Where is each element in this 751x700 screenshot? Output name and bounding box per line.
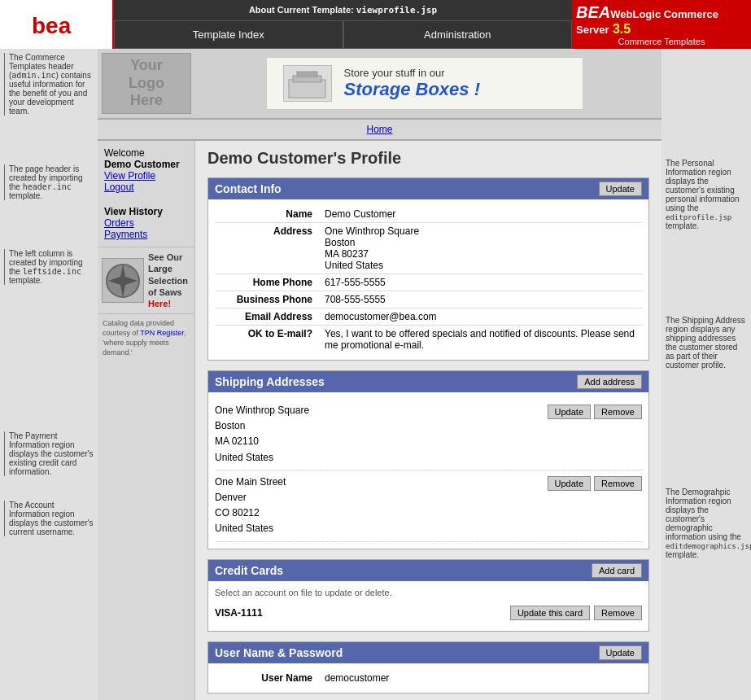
home-phone-label: Home Phone [215,274,321,291]
annotation-1-text: The Commerce Templates header (admin.inc… [9,53,94,116]
template-index-link[interactable]: Template Index [114,20,343,49]
annotation-4: The Payment Information region displays … [4,431,94,476]
top-bar: bea About Current Template: viewprofile.… [0,0,751,49]
bea-brand-name: BEAWebLogic Commerce Server 3.5 [576,3,747,37]
payments-link[interactable]: Payments [104,229,188,240]
annotation-5: The Account Information region displays … [4,501,94,536]
right-annotation-3: The Demograhpic Information region displ… [666,488,747,559]
name-label: Name [215,206,321,223]
address-value: One Winthrop Square Boston MA 80237 Unit… [321,223,642,274]
view-profile-link[interactable]: View Profile [104,170,188,182]
banner-icon [283,65,332,102]
remove-address-1-btn[interactable]: Remove [594,405,642,419]
svg-rect-4 [297,72,317,77]
ok-email-value: Yes, I want to be offered specials and n… [321,326,642,354]
banner: Store your stuff in our Storage Boxes ! [266,57,583,110]
right-annotation-2: The Shipping Address region displays any… [666,316,747,370]
annotation-3: The left column is created by importing … [4,249,94,285]
business-phone-label: Business Phone [215,291,321,308]
annotation-2: The page header is created by importing … [4,164,94,200]
page-header: YourLogoHere Store your stuff in our Sto… [98,49,661,119]
username-update-btn[interactable]: Update [599,645,642,660]
add-address-btn[interactable]: Add address [577,374,642,389]
name-value: Demo Customer [321,206,642,223]
update-address-2-btn[interactable]: Update [548,476,591,491]
svg-text:bea: bea [32,13,72,38]
address-row-1: One Winthrop SquareBostonMA 02110United … [215,399,642,470]
left-annotations: The Commerce Templates header (admin.inc… [0,49,98,700]
shipping-body: One Winthrop SquareBostonMA 02110United … [208,392,648,549]
annotation-5-text: The Account Information region displays … [9,501,94,536]
address-btns-2: Update Remove [548,476,642,491]
logout-link[interactable]: Logout [104,182,188,193]
address-btns-1: Update Remove [548,405,642,419]
username-header: User Name & Password Update [208,642,648,663]
credit-cards-section: Credit Cards Add card Select an account … [207,559,649,632]
three-col: Welcome Demo Customer View Profile Logou… [98,141,661,700]
annotation-3-text: The left column is created by importing … [9,249,94,285]
credit-cards-header: Credit Cards Add card [208,560,648,581]
sidebar-history: View History Orders Payments [98,199,194,247]
credit-cards-body: Select an account on file to update or d… [208,581,648,631]
remove-address-2-btn[interactable]: Remove [594,476,642,491]
username-table: User Name democustomer [215,670,642,686]
annotation-4-text: The Payment Information region displays … [9,431,94,476]
username-body: User Name democustomer [208,663,648,693]
saw-text: See Our Large Selection of Saws Here! [148,252,190,309]
current-template-label: About Current Template: [249,5,354,15]
administration-link[interactable]: Administration [343,20,573,49]
cc-btns: Update this card Remove [510,606,642,620]
saw-image [102,258,144,303]
orders-link[interactable]: Orders [104,217,188,229]
catalog-credit: Catalog data provided courtesy of TPN Re… [98,314,194,362]
username-section: User Name & Password Update User Name de… [207,641,649,693]
logo-area: bea [0,0,114,49]
home-nav: Home [98,119,661,141]
annotation-1: The Commerce Templates header (admin.inc… [4,53,94,116]
update-card-btn[interactable]: Update this card [510,606,590,620]
current-template-value: viewprofile.jsp [356,5,437,15]
banner-bottom-text: Storage Boxes ! [344,79,481,100]
banner-text: Store your stuff in our Storage Boxes ! [344,67,481,100]
contact-info-title: Contact Info [215,182,282,195]
add-card-btn[interactable]: Add card [592,563,642,578]
current-template-bar: About Current Template: viewprofile.jsp [114,0,572,20]
bea-brand-sub: Commerce Templates [618,37,705,46]
tpn-link[interactable]: TPN Register [140,329,184,337]
credit-cards-title: Credit Cards [215,564,283,577]
home-link[interactable]: Home [354,122,404,137]
contact-table: Name Demo Customer Address One Winthrop … [215,206,642,353]
contact-info-header: Contact Info Update [208,178,648,199]
shipping-section: Shipping Addresses Add address One Winth… [207,370,649,549]
shipping-title: Shipping Addresses [215,375,325,388]
right-annotation-1: The Personal Information region displays… [666,159,747,230]
address-text-1: One Winthrop SquareBostonMA 02110United … [215,403,309,466]
cc-row: VISA-1111 Update this card Remove [215,602,642,624]
update-address-1-btn[interactable]: Update [548,405,591,419]
version-text: 3.5 [613,22,631,36]
username-title: User Name & Password [215,646,343,659]
sidebar-welcome: Welcome Demo Customer View Profile Logou… [98,141,194,199]
right-annotations: The Personal Information region displays… [661,49,751,700]
profile-title: Demo Customer's Profile [207,149,649,168]
main-wrapper: The Commerce Templates header (admin.inc… [0,49,751,700]
email-value: democustomer@bea.com [321,308,642,326]
shipping-header: Shipping Addresses Add address [208,371,648,392]
welcome-text: Welcome [104,147,145,159]
content-area: YourLogoHere Store your stuff in our Sto… [98,49,661,700]
address-row-2: One Main StreetDenverCO 80212United Stat… [215,470,642,542]
contact-update-btn[interactable]: Update [599,182,642,196]
contact-info-section: Contact Info Update Name Demo Customer A… [207,177,649,361]
banner-top-text: Store your stuff in our [344,67,481,79]
right-ann-1-text: The Personal Information region displays… [666,159,747,230]
nav-center: About Current Template: viewprofile.jsp … [114,0,572,49]
user-name-label: User Name [215,670,321,686]
logo-placeholder: YourLogoHere [102,53,191,114]
cc-name: VISA-1111 [215,607,263,619]
email-label: Email Address [215,308,321,326]
business-phone-value: 708-555-5555 [321,291,642,308]
bea-logo: bea [28,8,85,41]
right-ann-3-text: The Demograhpic Information region displ… [666,488,747,559]
remove-card-btn[interactable]: Remove [594,606,642,620]
bea-brand-area: BEAWebLogic Commerce Server 3.5 Commerce… [572,0,751,49]
